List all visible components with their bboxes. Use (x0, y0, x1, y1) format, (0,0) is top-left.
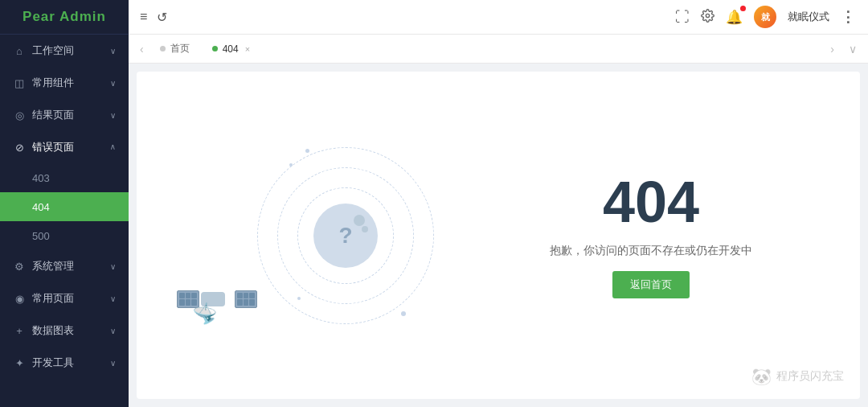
refresh-icon[interactable]: ↺ (157, 10, 167, 25)
chevron-down-icon: ∨ (110, 262, 116, 271)
sidebar-item-error-label: 错误页面 (32, 140, 74, 154)
sidebar-sub-404[interactable]: 404 (0, 192, 129, 221)
tab-close-icon[interactable]: × (245, 44, 250, 54)
chevron-down-icon: ∨ (110, 359, 116, 368)
sidebar-item-result-label: 结果页面 (32, 108, 74, 122)
sidebar-sub-500[interactable]: 500 (0, 221, 129, 250)
sub-500-label: 500 (32, 230, 50, 242)
chevron-down-icon: ∨ (110, 47, 116, 56)
tab-404-dot (212, 46, 218, 51)
sidebar-item-workspace-label: 工作空间 (32, 43, 74, 58)
tab-404-label: 404 (223, 43, 239, 55)
sidebar-item-common-label: 常用组件 (32, 76, 74, 90)
moon-crater-2 (362, 226, 368, 232)
svg-point-0 (706, 14, 709, 17)
chevron-down-icon: ∨ (110, 327, 116, 335)
chevron-down-icon: ∨ (110, 111, 116, 120)
tab-404[interactable]: 404 × (201, 38, 261, 60)
scatter-dot (297, 297, 301, 300)
tabbar: ‹ 首页 404 × › ∨ (129, 35, 868, 64)
components-icon: ◫ (13, 77, 26, 89)
avatar[interactable]: 就 (754, 6, 776, 28)
fullscreen-icon[interactable]: ⛶ (675, 9, 690, 26)
error-message: 抱歉，你访问的页面不存在或仍在开发中 (550, 244, 752, 258)
notification-badge (740, 6, 746, 11)
main-area: ≡ ↺ ⛶ 🔔 就 就眠仪式 ⋮ ‹ 首页 404 × (129, 0, 868, 407)
tabbar-nav-end: › ∨ (825, 43, 862, 56)
circles-container: ? (241, 131, 450, 340)
sidebar-item-workspace[interactable]: ⌂ 工作空间 ∨ (0, 35, 129, 67)
sidebar: Pear Admin ⌂ 工作空间 ∨ ◫ 常用组件 ∨ ◎ 结果页面 ∨ (0, 0, 129, 407)
error-illustration: ? (193, 131, 498, 340)
workspace-icon: ⌂ (13, 45, 26, 57)
sidebar-item-common-pages[interactable]: ◉ 常用页面 ∨ (0, 282, 129, 314)
sidebar-item-charts[interactable]: + 数据图表 ∨ (0, 314, 129, 347)
notification-bell-icon[interactable]: 🔔 (726, 9, 743, 26)
moon-crater-1 (354, 215, 365, 226)
sub-403-label: 403 (32, 172, 50, 184)
error-icon: ⊘ (13, 142, 26, 154)
logo-text: Pear Admin (23, 9, 106, 25)
menu-toggle-icon[interactable]: ≡ (140, 10, 147, 24)
watermark-text: 程序员闪充宝 (776, 369, 844, 384)
sub-404-label: 404 (32, 201, 50, 213)
back-home-button[interactable]: 返回首页 (612, 271, 690, 298)
scatter-dot (305, 149, 309, 153)
satellite-panel-right (235, 290, 257, 308)
user-name[interactable]: 就眠仪式 (788, 10, 829, 24)
sidebar-item-common-components[interactable]: ◫ 常用组件 ∨ (0, 67, 129, 99)
sidebar-item-system-label: 系统管理 (32, 259, 74, 273)
more-menu-icon[interactable]: ⋮ (841, 8, 857, 26)
sidebar-logo: Pear Admin (0, 0, 129, 35)
chevron-down-icon: ∨ (110, 294, 116, 303)
sidebar-item-devtools[interactable]: ✦ 开发工具 ∨ (0, 347, 129, 379)
devtools-icon: ✦ (13, 357, 26, 369)
sidebar-item-result-pages[interactable]: ◎ 结果页面 ∨ (0, 99, 129, 131)
topbar: ≡ ↺ ⛶ 🔔 就 就眠仪式 ⋮ (129, 0, 868, 35)
system-icon: ⚙ (13, 261, 26, 273)
back-icon: ‹ (140, 43, 144, 56)
pages-icon: ◉ (13, 293, 26, 305)
sidebar-sub-403[interactable]: 403 (0, 163, 129, 192)
sidebar-menu: ⌂ 工作空间 ∨ ◫ 常用组件 ∨ ◎ 结果页面 ∨ ⊘ 错误页面 (0, 35, 129, 407)
tab-home[interactable]: 首页 (149, 38, 201, 60)
tab-dropdown-button[interactable]: ∨ (844, 43, 862, 56)
watermark-icon: 🐼 (751, 367, 772, 386)
satellite-panel-left (177, 290, 199, 308)
tab-back-button[interactable]: ‹ (135, 43, 149, 56)
settings-icon[interactable] (701, 9, 714, 26)
error-code: 404 (603, 173, 699, 231)
tab-home-dot (160, 46, 166, 51)
result-icon: ◎ (13, 109, 26, 121)
scatter-dot (289, 163, 293, 166)
watermark: 🐼 程序员闪充宝 (751, 367, 844, 386)
moon: ? (313, 204, 378, 268)
sidebar-item-error-pages[interactable]: ⊘ 错误页面 ∨ (0, 131, 129, 163)
tab-home-label: 首页 (170, 42, 190, 56)
charts-icon: + (13, 325, 26, 337)
chevron-up-icon: ∨ (110, 143, 116, 152)
moon-question-mark: ? (338, 223, 352, 249)
satellite: 📡 (177, 276, 257, 324)
chevron-down-icon: ∨ (110, 79, 116, 88)
error-text-section: 404 抱歉，你访问的页面不存在或仍在开发中 返回首页 (498, 173, 804, 298)
sidebar-item-system[interactable]: ⚙ 系统管理 ∨ (0, 250, 129, 282)
scatter-dot (401, 311, 406, 316)
sidebar-item-devtools-label: 开发工具 (32, 356, 74, 370)
tab-forward-button[interactable]: › (825, 43, 839, 56)
sidebar-item-charts-label: 数据图表 (32, 323, 74, 338)
content-area: ? (137, 72, 860, 399)
sidebar-item-pages-label: 常用页面 (32, 291, 74, 306)
